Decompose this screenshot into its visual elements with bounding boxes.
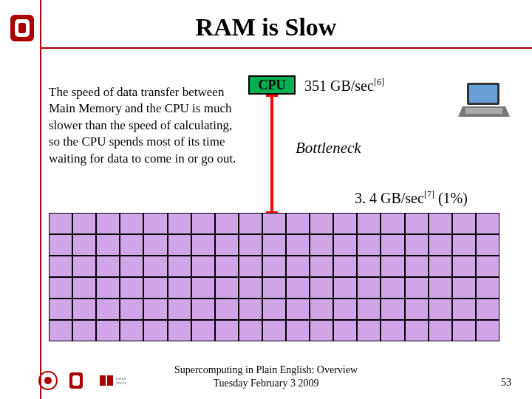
- memory-cell: [429, 320, 452, 341]
- memory-cell: [120, 299, 143, 320]
- footer-line2: Tuesday February 3 2009: [214, 378, 319, 389]
- memory-cell: [72, 299, 96, 320]
- memory-cell: [381, 299, 404, 320]
- memory-cell: [429, 256, 452, 277]
- memory-cell: [143, 277, 167, 299]
- rule-vertical: [40, 0, 41, 399]
- memory-cell: [429, 277, 452, 299]
- memory-cell: [286, 213, 310, 234]
- memory-cell: [357, 320, 381, 341]
- memory-cell: [215, 277, 239, 299]
- memory-cell: [49, 320, 72, 341]
- memory-cell: [310, 213, 333, 234]
- memory-cell: [120, 277, 143, 299]
- memory-cell: [215, 320, 239, 341]
- memory-cell: [49, 299, 72, 320]
- svg-rect-5: [466, 108, 502, 114]
- memory-cell: [215, 234, 239, 256]
- memory-cell: [452, 320, 476, 341]
- memory-cell: [168, 299, 191, 320]
- memory-cell: [143, 234, 167, 256]
- memory-cell: [72, 234, 96, 256]
- memory-cell: [143, 213, 167, 234]
- cpu-speed-label: 351 GB/sec[6]: [304, 77, 384, 95]
- cpu-speed-value: 351 GB/sec: [304, 78, 374, 94]
- memory-cell: [215, 213, 239, 234]
- memory-cell: [191, 213, 215, 234]
- memory-cell: [476, 213, 499, 234]
- rule-horizontal: [40, 47, 532, 49]
- memory-cell: [405, 234, 429, 256]
- memory-cell: [191, 277, 215, 299]
- memory-cell: [96, 213, 120, 234]
- ram-speed-value: 3. 4 GB/sec: [355, 190, 424, 206]
- memory-cell: [357, 213, 381, 234]
- memory-cell: [286, 299, 310, 320]
- memory-cell: [310, 256, 333, 277]
- memory-cell: [452, 213, 476, 234]
- memory-cell: [168, 277, 191, 299]
- memory-cell: [96, 256, 120, 277]
- memory-cell: [476, 234, 499, 256]
- memory-cell: [405, 256, 429, 277]
- memory-cell: [72, 277, 96, 299]
- memory-cell: [357, 299, 381, 320]
- memory-cell: [286, 256, 310, 277]
- memory-cell: [120, 234, 143, 256]
- memory-cell: [357, 234, 381, 256]
- memory-cell: [262, 213, 286, 234]
- memory-cell: [262, 234, 286, 256]
- memory-cell: [143, 299, 167, 320]
- memory-grid: [49, 213, 499, 341]
- memory-cell: [143, 320, 167, 341]
- memory-cell: [96, 320, 120, 341]
- memory-cell: [168, 234, 191, 256]
- memory-cell: [72, 213, 96, 234]
- memory-cell: [49, 234, 72, 256]
- memory-cell: [476, 299, 499, 320]
- memory-cell: [262, 256, 286, 277]
- memory-cell: [168, 213, 191, 234]
- slide-title: RAM is Slow: [0, 13, 532, 41]
- memory-cell: [120, 256, 143, 277]
- footer-line1: Supercomputing in Plain English: Overvie…: [174, 364, 358, 375]
- memory-cell: [239, 213, 262, 234]
- memory-cell: [215, 256, 239, 277]
- memory-cell: [143, 256, 167, 277]
- bottleneck-label: Bottleneck: [296, 139, 361, 157]
- memory-cell: [239, 234, 262, 256]
- memory-cell: [49, 256, 72, 277]
- memory-cell: [405, 213, 429, 234]
- memory-cell: [310, 234, 333, 256]
- memory-cell: [262, 277, 286, 299]
- memory-cell: [381, 277, 404, 299]
- memory-cell: [333, 299, 357, 320]
- memory-cell: [405, 299, 429, 320]
- memory-cell: [168, 256, 191, 277]
- memory-cell: [191, 299, 215, 320]
- ram-speed-ref: [7]: [424, 189, 434, 200]
- memory-cell: [49, 277, 72, 299]
- memory-cell: [120, 213, 143, 234]
- memory-cell: [381, 234, 404, 256]
- memory-cell: [239, 299, 262, 320]
- memory-cell: [333, 213, 357, 234]
- memory-cell: [191, 320, 215, 341]
- memory-cell: [96, 299, 120, 320]
- memory-cell: [262, 320, 286, 341]
- slide-number: 53: [501, 377, 511, 389]
- memory-cell: [452, 277, 476, 299]
- memory-cell: [476, 277, 499, 299]
- svg-rect-4: [469, 85, 497, 103]
- memory-cell: [476, 256, 499, 277]
- memory-cell: [405, 320, 429, 341]
- memory-cell: [357, 256, 381, 277]
- ram-speed-pct: (1%): [438, 190, 468, 206]
- memory-cell: [452, 256, 476, 277]
- body-paragraph: The speed of data transfer between Main …: [49, 84, 241, 167]
- memory-cell: [262, 299, 286, 320]
- memory-cell: [120, 320, 143, 341]
- memory-cell: [239, 256, 262, 277]
- memory-cell: [429, 234, 452, 256]
- memory-cell: [239, 277, 262, 299]
